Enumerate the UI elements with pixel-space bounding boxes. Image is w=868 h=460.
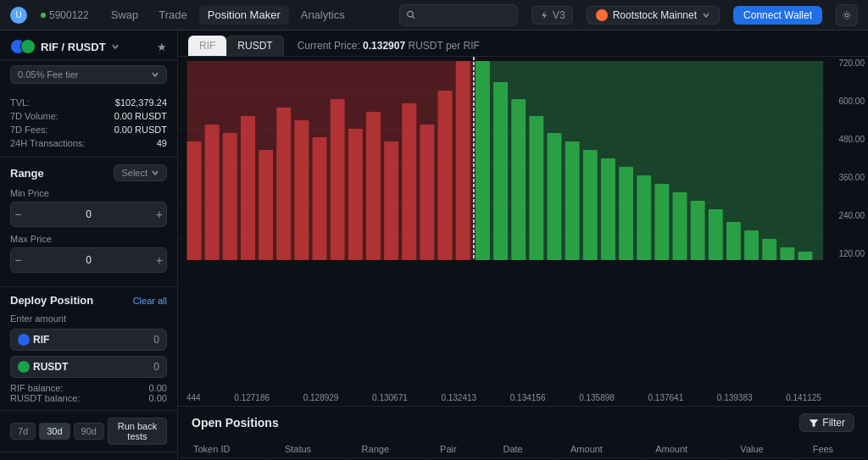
svg-rect-29 (493, 82, 508, 260)
time-7d[interactable]: 7d (10, 423, 36, 440)
favorite-star[interactable]: ★ (157, 41, 167, 53)
range-select-button[interactable]: Select (114, 164, 167, 181)
right-panel: RIF RUSDT Current Price: 0.132907 RUSDT … (178, 30, 868, 460)
y-label-480: 480.00 (825, 135, 865, 144)
svg-rect-35 (601, 158, 615, 260)
max-price-increase[interactable]: + (153, 248, 167, 272)
min-price-decrease[interactable]: − (11, 202, 25, 226)
y-axis: 720.00 600.00 480.00 360.00 240.00 120.0… (821, 57, 868, 260)
lightning-icon (539, 10, 549, 20)
left-panel: RIF / RUSDT ★ 0.05% Fee tier TVL: $102,3… (0, 30, 178, 460)
svg-rect-12 (187, 141, 202, 260)
time-section: 7d 30d 90d Run back tests (0, 411, 177, 452)
filter-button[interactable]: Filter (799, 413, 854, 432)
pair-icons (10, 39, 36, 54)
range-section: Range Select Min Price − + Max Price − (0, 158, 177, 287)
y-label-720: 720.00 (825, 58, 865, 68)
svg-rect-31 (529, 116, 543, 260)
fee-tier-selector[interactable]: 0.05% Fee tier (10, 65, 167, 84)
svg-rect-19 (313, 137, 327, 260)
x-label-5: 0.134156 (510, 393, 546, 402)
main-layout: RIF / RUSDT ★ 0.05% Fee tier TVL: $102,3… (0, 30, 868, 460)
v3-badge: V3 (531, 6, 573, 25)
max-price-input-row: − + (10, 247, 167, 273)
svg-rect-23 (384, 141, 398, 260)
rusdt-balance-row: RUSDT balance: 0.00 (10, 393, 167, 403)
svg-rect-27 (456, 61, 470, 260)
tab-rusdt[interactable]: RUSDT (226, 36, 283, 56)
navbar: U 5900122 Swap Trade Position Maker Anal… (0, 0, 868, 30)
nav-swap[interactable]: Swap (103, 5, 147, 25)
network-icon (596, 9, 608, 21)
svg-rect-16 (259, 150, 273, 260)
x-label-7: 0.137641 (648, 393, 683, 402)
col-pair: Pair (426, 441, 487, 458)
svg-marker-47 (810, 419, 819, 426)
rusdt-icon (20, 39, 36, 54)
x-label-9: 0.141125 (786, 393, 821, 402)
sync-dot (41, 13, 46, 18)
svg-rect-18 (294, 120, 309, 260)
y-label-120: 120.00 (825, 249, 865, 258)
connect-wallet-button[interactable]: Connect Wallet (733, 6, 822, 25)
tab-rif[interactable]: RIF (188, 36, 226, 56)
clear-all-button[interactable]: Clear all (133, 296, 167, 306)
svg-rect-45 (780, 247, 794, 260)
fees-row: 7D Fees: 0.00 RUSDT (10, 123, 167, 136)
svg-point-0 (408, 11, 413, 16)
x-axis: 444 0.127186 0.128929 0.130671 0.132413 … (178, 391, 868, 406)
settings-button[interactable] (836, 4, 858, 26)
stats-section: TVL: $102,379.24 7D Volume: 0.00 RUSDT 7… (0, 89, 177, 158)
svg-rect-30 (511, 99, 526, 260)
nav-analytics[interactable]: Analytics (292, 5, 353, 25)
svg-rect-41 (709, 209, 723, 260)
network-selector[interactable]: Rootstock Mainnet (587, 6, 720, 25)
min-price-field[interactable] (25, 208, 153, 220)
rif-token-input[interactable]: RIF 0 (10, 329, 167, 351)
block-number: 5900122 (41, 9, 89, 21)
svg-rect-34 (583, 150, 598, 260)
time-30d[interactable]: 30d (39, 423, 70, 440)
gear-icon (842, 10, 852, 20)
col-date: Date (489, 441, 555, 458)
chevron-down-icon (111, 42, 120, 51)
deploy-section: Deploy Position Clear all Enter amount R… (0, 287, 177, 411)
nav-trade[interactable]: Trade (150, 5, 195, 25)
x-label-3: 0.130671 (372, 393, 408, 402)
svg-rect-33 (565, 141, 580, 260)
min-price-increase[interactable]: + (153, 202, 167, 226)
min-price-group: Min Price − + (10, 188, 167, 227)
nav-links: Swap Trade Position Maker Analytics (103, 5, 353, 25)
svg-rect-15 (241, 116, 255, 260)
x-label-0: 444 (186, 393, 201, 402)
run-backtest-button[interactable]: Run back tests (108, 418, 167, 445)
filter-icon (809, 418, 819, 428)
rusdt-token-input[interactable]: RUSDT 0 (10, 356, 167, 378)
col-token-id: Token ID (180, 441, 270, 458)
pair-header: RIF / RUSDT ★ (0, 30, 177, 60)
col-status: Status (271, 441, 347, 458)
time-90d[interactable]: 90d (74, 423, 104, 440)
rusdt-dot (18, 361, 30, 373)
max-price-field[interactable] (25, 254, 153, 266)
current-price-display: Current Price: 0.132907 RUSDT per RIF (298, 40, 480, 52)
chart-container: 720.00 600.00 480.00 360.00 240.00 120.0… (178, 57, 868, 391)
transactions-row: 24H Transactions: 49 (10, 136, 167, 150)
col-amount-1: Amount (557, 441, 640, 458)
svg-rect-36 (619, 167, 633, 260)
rif-dot (18, 334, 30, 346)
svg-rect-42 (726, 222, 741, 260)
nav-position-maker[interactable]: Position Maker (199, 5, 289, 25)
search-input[interactable] (420, 9, 510, 21)
chevron-down-icon (702, 11, 710, 19)
min-price-input-row: − + (10, 202, 167, 227)
search-bar[interactable] (399, 4, 518, 26)
svg-rect-13 (205, 125, 220, 260)
y-label-600: 600.00 (825, 97, 865, 106)
svg-rect-32 (548, 133, 562, 260)
svg-rect-39 (673, 192, 687, 260)
svg-rect-26 (438, 91, 453, 260)
tvl-row: TVL: $102,379.24 (10, 96, 167, 109)
col-value: Value (726, 441, 797, 458)
max-price-decrease[interactable]: − (11, 248, 25, 272)
